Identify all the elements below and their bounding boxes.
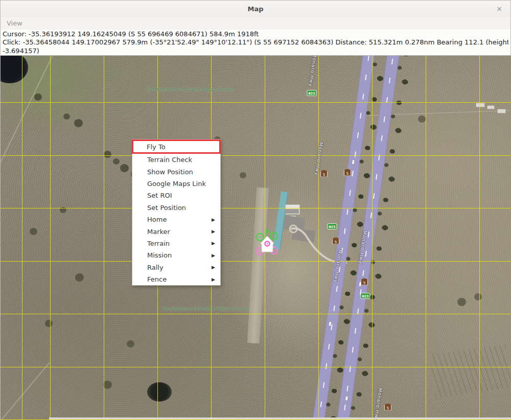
dirt-track (2, 362, 50, 419)
map-canvas[interactable]: Jerrabomberra Grasslands Nature Reserve … (1, 56, 511, 420)
menu-item-rally[interactable]: Rally▶ (132, 262, 220, 273)
menu-item-home[interactable]: Home▶ (132, 214, 220, 225)
menu-item-label: Home (147, 216, 167, 223)
submenu-arrow-icon: ▶ (212, 253, 215, 258)
menu-item-set-roi[interactable]: Set ROI (132, 190, 220, 201)
farm-building (497, 109, 506, 113)
menu-item-marker[interactable]: Marker▶ (132, 225, 220, 237)
click-status-wrap: -3.694157) (3, 47, 508, 55)
tree-clumps (1, 56, 4, 59)
menu-item-label: Fence (147, 275, 167, 283)
farm-building (487, 105, 495, 109)
route-shield-b23: B23 (307, 90, 317, 96)
reserve-label: Jerrabomberra Grasslands Nature Reserve (147, 87, 234, 92)
menu-item-terrain[interactable]: Terrain▶ (132, 238, 220, 249)
submenu-arrow-icon: ▶ (212, 277, 215, 282)
status-bar: Cursor: -35.36193912 149.16245049 (S 55 … (1, 30, 510, 56)
route-shield-b23: B23 (328, 223, 337, 229)
reserve-label: Jerrabomberra Grasslands Nature Reserve (163, 307, 249, 311)
farm-building (476, 103, 485, 107)
highway-label: Monaro Hwy (308, 56, 317, 87)
menu-view[interactable]: View (1, 19, 29, 27)
submenu-arrow-icon: ▶ (212, 241, 215, 246)
submenu-arrow-icon: ▶ (212, 265, 215, 270)
submenu-arrow-icon: ▶ (212, 217, 215, 222)
menu-item-label: Google Maps Link (147, 180, 206, 188)
map-window: Map × View Cursor: -35.36193912 149.1624… (0, 0, 511, 420)
menu-item-fence[interactable]: Fence▶ (132, 273, 220, 285)
menu-item-label: Set Position (147, 204, 186, 212)
drone-icon (255, 228, 280, 258)
menu-item-label: Rally (147, 264, 164, 271)
window-title: Map (247, 5, 263, 13)
menu-item-label: Fly To (147, 143, 166, 151)
paddock-rows (430, 344, 511, 398)
hangar-roof (285, 209, 299, 214)
window-bottom-edge (49, 417, 511, 419)
close-icon[interactable]: × (495, 5, 503, 13)
menu-item-show-position[interactable]: Show Position (132, 166, 220, 177)
map-context-menu: Fly To Terrain Check Show Position Googl… (132, 139, 221, 286)
cursor-status: Cursor: -35.36193912 149.16245049 (S 55 … (3, 30, 508, 38)
route-shield-b23: B23 (361, 293, 370, 299)
menu-item-set-position[interactable]: Set Position (132, 202, 220, 214)
submenu-arrow-icon: ▶ (212, 229, 215, 234)
pond (147, 382, 172, 402)
menu-item-label: Marker (147, 228, 170, 236)
menu-item-mission[interactable]: Mission▶ (132, 249, 220, 261)
menu-item-label: Set ROI (147, 192, 172, 199)
menu-item-google-maps-link[interactable]: Google Maps Link (132, 178, 220, 190)
menu-item-label: Mission (147, 251, 172, 259)
menu-item-label: Terrain (147, 240, 170, 247)
menu-item-terrain-check[interactable]: Terrain Check (132, 154, 220, 166)
title-bar[interactable]: Map × (1, 1, 510, 17)
menu-item-label: Show Position (147, 168, 193, 176)
menu-bar: View (1, 17, 510, 30)
menu-item-fly-to[interactable]: Fly To (132, 139, 221, 154)
click-status: Click: -35.36458044 149.17002967 579.9m … (3, 38, 508, 46)
menu-item-label: Terrain Check (147, 156, 192, 164)
